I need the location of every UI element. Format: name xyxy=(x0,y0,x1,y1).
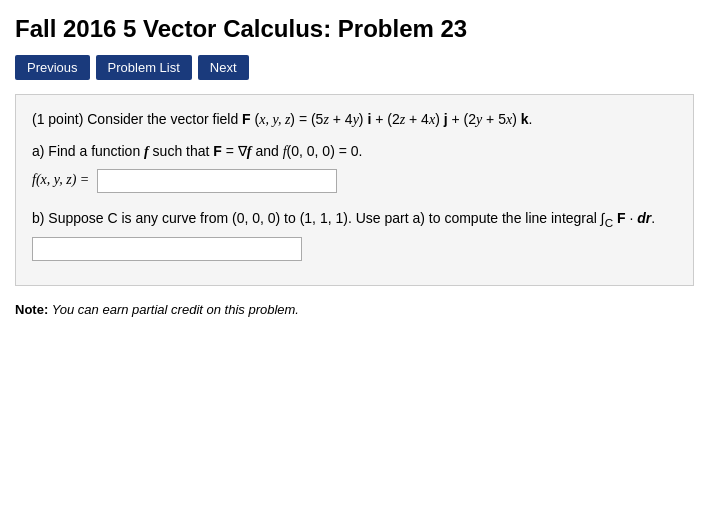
problem-list-button[interactable]: Problem List xyxy=(96,55,192,80)
previous-button[interactable]: Previous xyxy=(15,55,90,80)
note-section: Note: You can earn partial credit on thi… xyxy=(15,302,694,317)
part-a: a) Find a function f such that F = ∇f an… xyxy=(32,140,677,193)
part-a-input-row: f(x, y, z) = xyxy=(32,167,677,193)
note-text: You can earn partial credit on this prob… xyxy=(52,302,299,317)
points-label: (1 point) xyxy=(32,111,83,127)
problem-intro: (1 point) Consider the vector field F (x… xyxy=(32,109,677,130)
part-a-label: f(x, y, z) = xyxy=(32,172,89,187)
part-b-instruction: b) Suppose C is any curve from (0, 0, 0)… xyxy=(32,207,677,232)
next-button[interactable]: Next xyxy=(198,55,249,80)
part-a-answer-input[interactable] xyxy=(97,169,337,193)
part-b-answer-input[interactable] xyxy=(32,237,302,261)
page-title: Fall 2016 5 Vector Calculus: Problem 23 xyxy=(15,15,694,43)
note-label: Note: xyxy=(15,302,48,317)
problem-description: Consider the vector field F (x, y, z) = … xyxy=(87,111,532,127)
part-b: b) Suppose C is any curve from (0, 0, 0)… xyxy=(32,207,677,260)
part-a-instruction: a) Find a function f such that F = ∇f an… xyxy=(32,140,677,163)
problem-box: (1 point) Consider the vector field F (x… xyxy=(15,94,694,286)
part-b-input-row xyxy=(32,237,677,261)
nav-buttons: Previous Problem List Next xyxy=(15,55,694,80)
